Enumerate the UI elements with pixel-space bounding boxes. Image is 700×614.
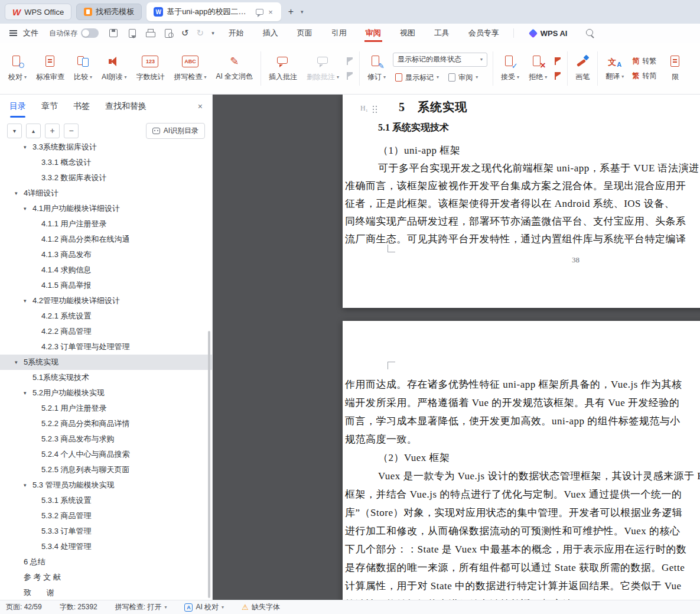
tab-page[interactable]: 页面 bbox=[296, 24, 314, 42]
toc-item[interactable]: ▾5.3.3 订单管理 bbox=[0, 524, 212, 539]
tab-tools[interactable]: 工具 bbox=[433, 24, 451, 42]
document-line[interactable]: 框架，并结合 Vue.js 的特点进行了优化与定制。Vuex 通过提供一个统一的 bbox=[345, 485, 700, 503]
toc-item[interactable]: ▾3.3.2 数据库表设计 bbox=[0, 170, 212, 186]
subsection-heading[interactable]: 5.1 系统实现技术 bbox=[378, 122, 449, 134]
document-tab[interactable]: W 基于uni-app的校园二手物品 × bbox=[146, 2, 281, 21]
review-pane-button[interactable]: 审阅 ▾ bbox=[446, 71, 480, 85]
toc-item[interactable]: ▾3.3系统数据库设计 bbox=[0, 139, 212, 155]
reject-button[interactable]: 拒绝▾ bbox=[524, 46, 552, 92]
document-line[interactable]: 计算属性，用于对 State 中的数据进行特定计算并返回结果。它类似于 Vue bbox=[345, 577, 700, 595]
toc-item[interactable]: ▾4.2.3 订单管理与处理管理 bbox=[0, 339, 212, 355]
document-line[interactable]: 流厂商生态。可见其跨平台开发特性，通过内置组件库与系统平台特定编译 bbox=[345, 230, 700, 248]
wps-ai-button[interactable]: WPS AI bbox=[529, 29, 568, 38]
document-line[interactable]: 准确而言，该框架应被视作开发平台集成方案之混合体。呈现出混合应用开 bbox=[345, 177, 700, 195]
toc-expand-icon[interactable]: ▾ bbox=[15, 190, 24, 196]
word-count-indicator[interactable]: 字数: 25392 bbox=[60, 602, 97, 612]
toc-next-button[interactable]: ▾ bbox=[7, 124, 22, 138]
toc-item[interactable]: ▾6 总结 bbox=[0, 554, 212, 570]
spell-check-button[interactable]: ABC 拼写检查▾ bbox=[169, 46, 211, 92]
toc-item[interactable]: ▾5.3 管理员功能模块实现 bbox=[0, 477, 212, 493]
sidebar-tab-chapters[interactable]: 章节 bbox=[41, 99, 58, 114]
file-menu[interactable]: 文件 bbox=[8, 28, 38, 38]
toc-previous-button[interactable]: ▴ bbox=[26, 124, 41, 138]
toc-item[interactable]: ▾4.1.4 求购信息 bbox=[0, 262, 212, 278]
proofread-button[interactable]: 校对▾ bbox=[4, 46, 31, 92]
close-tab-icon[interactable]: × bbox=[267, 8, 274, 17]
document-line[interactable]: 下几个部分：：State 是 Vuex 中最基本的概念，用于表示应用在运行时的数 bbox=[345, 540, 700, 558]
undo-icon[interactable]: ↺ bbox=[181, 28, 189, 38]
toc-item[interactable]: ▾5.2.3 商品发布与求购 bbox=[0, 431, 212, 447]
tab-list-chevron-icon[interactable]: ▾ bbox=[301, 9, 304, 15]
print-icon[interactable] bbox=[145, 28, 155, 38]
toc-item[interactable]: ▾4.2管理功能模块详细设计 bbox=[0, 293, 212, 308]
toc-collapse-all-button[interactable]: − bbox=[64, 124, 79, 138]
track-changes-button[interactable]: 修订▾ bbox=[363, 46, 390, 92]
standard-review-button[interactable]: 标准审查 bbox=[31, 46, 69, 92]
previous-comment-icon[interactable] bbox=[346, 57, 354, 65]
sidebar-tab-contents[interactable]: 目录 bbox=[9, 99, 26, 114]
pen-tool-button[interactable]: 画笔 bbox=[571, 46, 594, 92]
toc-item[interactable]: ▾5.2.5 消息列表与聊天页面 bbox=[0, 462, 212, 477]
close-sidebar-icon[interactable]: × bbox=[198, 102, 203, 111]
save-icon[interactable] bbox=[108, 28, 119, 38]
restrict-edit-button[interactable]: 限 bbox=[663, 46, 687, 92]
accept-button[interactable]: 接受▾ bbox=[496, 46, 524, 92]
quick-access-chevron-icon[interactable]: ▾ bbox=[211, 30, 214, 36]
document-line[interactable]: 同终端实现产品研发过程，部署环节亦涵盖微信平台、支付宝应用、头条系 bbox=[345, 213, 700, 230]
translate-button[interactable]: 文A 翻译▾ bbox=[601, 46, 629, 92]
compare-button[interactable]: 比较▾ bbox=[69, 46, 97, 92]
document-line[interactable]: 库”（Store）对象，实现对应用状态的集中管理。开发者可以根据业务逻辑 bbox=[345, 503, 700, 522]
spell-check-status[interactable]: 拼写检查: 打开 ▾ bbox=[115, 602, 167, 612]
document-line[interactable]: 可于多平台实现开发之现代化前端框架 uni-app，系基于 VUE 语法演进 bbox=[345, 160, 700, 177]
toc-item[interactable]: ▾4.1.5 商品举报 bbox=[0, 278, 212, 293]
tab-review[interactable]: 审阅 bbox=[364, 24, 382, 42]
delete-comment-button[interactable]: 删除批注▾ bbox=[302, 46, 344, 92]
to-traditional-button[interactable]: 简 转繁 bbox=[632, 56, 656, 66]
drag-handle-icon[interactable] bbox=[373, 106, 374, 107]
toc-expand-icon[interactable]: ▾ bbox=[24, 390, 32, 396]
document-line[interactable]: 而言，学习成本显著降低，使开发更加高效。uni-app 的组件标签规范与小 bbox=[345, 412, 700, 430]
toc-item[interactable]: ▾5.1系统实现技术 bbox=[0, 370, 212, 385]
document-line[interactable]: 规范高度一致。 bbox=[345, 430, 700, 449]
ai-proofread-status[interactable]: A AI 校对 ▾ bbox=[184, 602, 224, 612]
toc-item[interactable]: ▾致 谢 bbox=[0, 585, 212, 600]
toc-item[interactable]: ▾5.3.2 商品管理 bbox=[0, 508, 212, 524]
toc-item[interactable]: ▾4.2.2 商品管理 bbox=[0, 324, 212, 339]
toc-item[interactable]: ▾5.2.2 商品分类和商品详情 bbox=[0, 416, 212, 431]
document-line[interactable]: 进行加工和修改，从而确保数据流动的可预测性和可维护性。Vuex 的核心 bbox=[345, 522, 700, 540]
to-simplified-button[interactable]: 繁 转简 bbox=[632, 71, 656, 81]
toc-item[interactable]: ▾4.1用户功能模块详细设计 bbox=[0, 201, 212, 216]
toc-expand-icon[interactable]: ▾ bbox=[15, 359, 24, 365]
document-canvas[interactable]: H₁ 5 系统实现 5.1 系统实现技术 （1）uni-app 框架可于多平台实… bbox=[213, 95, 700, 600]
document-line[interactable]: 作用而达成。存在诸多优势性特征 uni-app 框架所具备的，Vue.js 作为… bbox=[345, 375, 700, 394]
template-store-tab[interactable]: 找稻壳模板 bbox=[76, 4, 142, 20]
insert-comment-button[interactable]: 插入批注 bbox=[264, 46, 302, 92]
toc-item[interactable]: ▾4.1.2 商品分类和在线沟通 bbox=[0, 232, 212, 247]
toc-item[interactable]: ▾4.1.3 商品发布 bbox=[0, 247, 212, 262]
tab-reference[interactable]: 引用 bbox=[330, 24, 348, 42]
document-line[interactable]: 是存储数据的唯一来源，所有组件都可以通过 State 获取所需的数据。Gette bbox=[345, 558, 700, 577]
toc-item[interactable]: ▾5系统实现 bbox=[0, 355, 212, 370]
heading-level-icon[interactable]: H₁ bbox=[360, 104, 368, 113]
toc-expand-icon[interactable]: ▾ bbox=[24, 482, 32, 488]
tab-insert[interactable]: 插入 bbox=[262, 24, 279, 42]
document-page-38[interactable]: H₁ 5 系统实现 5.1 系统实现技术 （1）uni-app 框架可于多平台实… bbox=[343, 95, 700, 308]
sidebar-scrollbar[interactable] bbox=[208, 331, 210, 598]
toc-item[interactable]: ▾5.2.1 用户注册登录 bbox=[0, 401, 212, 416]
toc-item[interactable]: ▾4详细设计 bbox=[0, 186, 212, 201]
toc-expand-icon[interactable]: ▾ bbox=[24, 298, 32, 304]
word-count-button[interactable]: 123 字数统计 bbox=[131, 46, 169, 92]
document-line[interactable]: 简洁性，能够根据状态进行特定计算并返回相应结果 bbox=[345, 595, 700, 600]
toc-item[interactable]: ▾5.2.4 个人中心与商品搜索 bbox=[0, 447, 212, 462]
wps-office-home-tab[interactable]: W WPS Office bbox=[5, 4, 71, 20]
document-line[interactable]: （1）uni-app 框架 bbox=[345, 142, 700, 160]
ai-read-button[interactable]: AI朗读▾ bbox=[97, 46, 131, 92]
toc-item[interactable]: ▾4.2.1 系统设置 bbox=[0, 308, 212, 324]
show-markup-button[interactable]: 显示标记 ▾ bbox=[393, 71, 441, 85]
document-line[interactable]: 端开发所采用。严格遵循着 Vue 的开发规范该框架。具有 Vue 开发经验的 bbox=[345, 394, 700, 412]
markup-state-select[interactable]: 显示标记的最终状态 ▾ bbox=[393, 53, 487, 67]
next-comment-icon[interactable] bbox=[346, 72, 354, 80]
tab-home[interactable]: 开始 bbox=[227, 24, 245, 42]
print-preview-icon[interactable] bbox=[163, 28, 174, 38]
ai-polish-button[interactable]: ✎ AI 全文润色 bbox=[211, 46, 258, 92]
